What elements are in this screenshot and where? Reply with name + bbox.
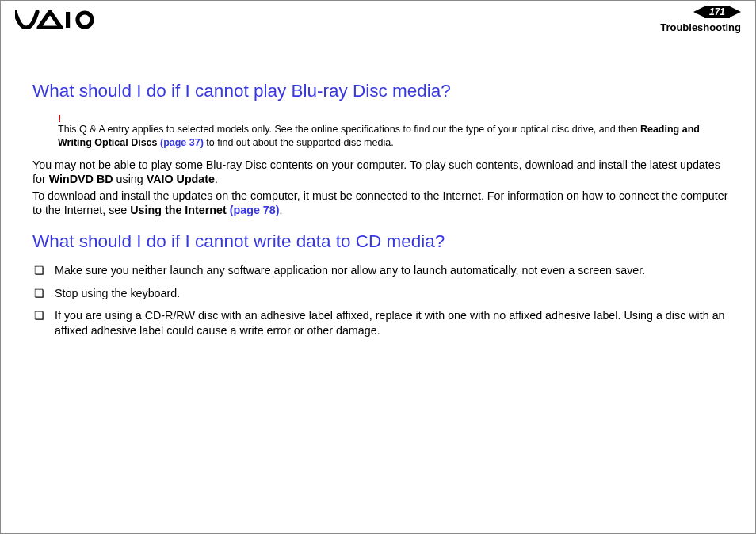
cd-tips-list: Make sure you neither launch any softwar… (32, 263, 728, 338)
page-number: 171 (704, 6, 730, 18)
list-item: Make sure you neither launch any softwar… (32, 263, 728, 278)
note-post: to find out about the supported disc med… (204, 137, 394, 148)
list-item: If you are using a CD-R/RW disc with an … (32, 308, 728, 338)
svg-point-1 (78, 13, 92, 27)
p2-post: . (279, 204, 282, 216)
page-content: What should I do if I cannot play Blu-ra… (1, 44, 755, 338)
next-page-arrow-icon[interactable] (730, 6, 741, 18)
page-navigator: 171 (693, 6, 741, 18)
prev-page-arrow-icon[interactable] (693, 6, 704, 18)
p1-b1: WinDVD BD (49, 173, 113, 185)
heading-bluray: What should I do if I cannot play Blu-ra… (32, 80, 728, 101)
note-text: This Q & A entry applies to selected mod… (58, 123, 728, 150)
svg-rect-0 (66, 12, 70, 28)
p1-post: . (215, 173, 218, 185)
vaio-logo (15, 10, 101, 29)
list-item: Stop using the keyboard. (32, 286, 728, 301)
svg-marker-3 (730, 6, 741, 17)
document-page: 171 Troubleshooting What should I do if … (0, 0, 756, 534)
page-header: 171 Troubleshooting (1, 1, 755, 44)
heading-cd: What should I do if I cannot write data … (32, 231, 728, 252)
note-pre: This Q & A entry applies to selected mod… (58, 124, 640, 135)
p1-b2: VAIO Update (147, 173, 215, 185)
p1-mid: using (113, 173, 147, 185)
page-37-link[interactable]: (page 37) (160, 137, 204, 148)
paragraph-1: You may not be able to play some Blu-ray… (32, 158, 728, 187)
svg-marker-2 (693, 6, 704, 17)
page-78-link[interactable]: (page 78) (230, 204, 280, 216)
section-label: Troubleshooting (660, 21, 741, 33)
paragraph-2: To download and install the updates on t… (32, 189, 728, 218)
p2-bold: Using the Internet (130, 204, 230, 216)
